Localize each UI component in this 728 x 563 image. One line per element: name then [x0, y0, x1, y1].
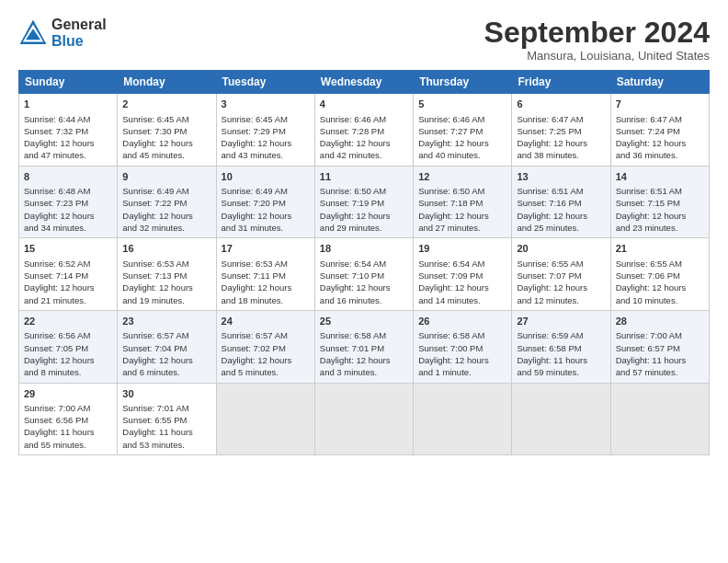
- month-title: September 2024: [484, 17, 710, 49]
- calendar-week-1: 8Sunrise: 6:48 AMSunset: 7:23 PMDaylight…: [19, 166, 710, 238]
- calendar-cell: [512, 383, 610, 455]
- day-number: 30: [122, 387, 210, 401]
- calendar-page: General Blue September 2024 Mansura, Lou…: [0, 0, 728, 563]
- calendar-body: 1Sunrise: 6:44 AMSunset: 7:32 PMDaylight…: [19, 94, 710, 455]
- day-number: 14: [616, 170, 704, 184]
- day-number: 8: [24, 170, 112, 184]
- day-number: 12: [418, 170, 506, 184]
- calendar-cell: 14Sunrise: 6:51 AMSunset: 7:15 PMDayligh…: [610, 166, 709, 238]
- calendar-cell: 13Sunrise: 6:51 AMSunset: 7:16 PMDayligh…: [512, 166, 610, 238]
- calendar-cell: 6Sunrise: 6:47 AMSunset: 7:25 PMDaylight…: [512, 94, 610, 167]
- day-number: 10: [222, 170, 310, 184]
- calendar-week-2: 15Sunrise: 6:52 AMSunset: 7:14 PMDayligh…: [19, 238, 710, 311]
- calendar-cell: [610, 383, 709, 455]
- day-number: 16: [122, 242, 210, 256]
- calendar-cell: 5Sunrise: 6:46 AMSunset: 7:27 PMDaylight…: [414, 94, 512, 167]
- calendar-cell: [314, 383, 413, 455]
- day-number: 13: [517, 170, 605, 184]
- day-number: 21: [616, 242, 704, 256]
- calendar-cell: 2Sunrise: 6:45 AMSunset: 7:30 PMDaylight…: [118, 94, 216, 167]
- calendar-cell: 10Sunrise: 6:49 AMSunset: 7:20 PMDayligh…: [216, 166, 314, 238]
- calendar-cell: 18Sunrise: 6:54 AMSunset: 7:10 PMDayligh…: [314, 238, 413, 311]
- calendar-cell: 25Sunrise: 6:58 AMSunset: 7:01 PMDayligh…: [314, 310, 413, 383]
- calendar-cell: 29Sunrise: 7:00 AMSunset: 6:56 PMDayligh…: [19, 383, 118, 455]
- header: General Blue September 2024 Mansura, Lou…: [18, 17, 710, 63]
- header-cell-monday: Monday: [118, 71, 216, 94]
- calendar-week-3: 22Sunrise: 6:56 AMSunset: 7:05 PMDayligh…: [19, 310, 710, 383]
- day-number: 15: [24, 242, 112, 256]
- calendar-cell: 26Sunrise: 6:58 AMSunset: 7:00 PMDayligh…: [414, 310, 512, 383]
- day-number: 22: [24, 315, 112, 328]
- logo: General Blue: [18, 17, 107, 49]
- day-number: 27: [517, 315, 605, 328]
- header-cell-saturday: Saturday: [610, 71, 709, 94]
- day-number: 6: [517, 98, 605, 111]
- logo-blue: Blue: [51, 33, 107, 50]
- day-number: 26: [418, 315, 506, 328]
- calendar-cell: 4Sunrise: 6:46 AMSunset: 7:28 PMDaylight…: [314, 94, 413, 167]
- calendar-cell: 27Sunrise: 6:59 AMSunset: 6:58 PMDayligh…: [512, 310, 610, 383]
- calendar-cell: 17Sunrise: 6:53 AMSunset: 7:11 PMDayligh…: [216, 238, 314, 311]
- calendar-cell: 30Sunrise: 7:01 AMSunset: 6:55 PMDayligh…: [118, 383, 216, 455]
- header-cell-tuesday: Tuesday: [216, 71, 314, 94]
- calendar-cell: 28Sunrise: 7:00 AMSunset: 6:57 PMDayligh…: [610, 310, 709, 383]
- day-number: 23: [122, 315, 210, 328]
- calendar-cell: 19Sunrise: 6:54 AMSunset: 7:09 PMDayligh…: [414, 238, 512, 311]
- calendar-table: SundayMondayTuesdayWednesdayThursdayFrid…: [18, 70, 710, 455]
- header-cell-sunday: Sunday: [19, 71, 118, 94]
- calendar-cell: 16Sunrise: 6:53 AMSunset: 7:13 PMDayligh…: [118, 238, 216, 311]
- calendar-cell: 12Sunrise: 6:50 AMSunset: 7:18 PMDayligh…: [414, 166, 512, 238]
- calendar-cell: 22Sunrise: 6:56 AMSunset: 7:05 PMDayligh…: [19, 310, 118, 383]
- calendar-week-4: 29Sunrise: 7:00 AMSunset: 6:56 PMDayligh…: [19, 383, 710, 455]
- calendar-header-row: SundayMondayTuesdayWednesdayThursdayFrid…: [19, 71, 710, 94]
- calendar-cell: 24Sunrise: 6:57 AMSunset: 7:02 PMDayligh…: [216, 310, 314, 383]
- calendar-cell: 15Sunrise: 6:52 AMSunset: 7:14 PMDayligh…: [19, 238, 118, 311]
- calendar-cell: 11Sunrise: 6:50 AMSunset: 7:19 PMDayligh…: [314, 166, 413, 238]
- day-number: 28: [616, 315, 704, 328]
- day-number: 20: [517, 242, 605, 256]
- day-number: 25: [320, 315, 408, 328]
- calendar-cell: 7Sunrise: 6:47 AMSunset: 7:24 PMDaylight…: [610, 94, 709, 167]
- calendar-cell: 1Sunrise: 6:44 AMSunset: 7:32 PMDaylight…: [19, 94, 118, 167]
- title-block: September 2024 Mansura, Louisiana, Unite…: [484, 17, 710, 63]
- header-cell-thursday: Thursday: [414, 71, 512, 94]
- calendar-cell: [414, 383, 512, 455]
- day-number: 24: [222, 315, 310, 328]
- calendar-cell: 9Sunrise: 6:49 AMSunset: 7:22 PMDaylight…: [118, 166, 216, 238]
- header-cell-friday: Friday: [512, 71, 610, 94]
- day-number: 11: [320, 170, 408, 184]
- calendar-cell: 8Sunrise: 6:48 AMSunset: 7:23 PMDaylight…: [19, 166, 118, 238]
- location: Mansura, Louisiana, United States: [484, 49, 710, 63]
- logo-icon: [18, 18, 48, 48]
- calendar-cell: 3Sunrise: 6:45 AMSunset: 7:29 PMDaylight…: [216, 94, 314, 167]
- day-number: 9: [122, 170, 210, 184]
- day-number: 29: [24, 387, 112, 401]
- day-number: 19: [418, 242, 506, 256]
- calendar-cell: [216, 383, 314, 455]
- calendar-week-0: 1Sunrise: 6:44 AMSunset: 7:32 PMDaylight…: [19, 94, 710, 167]
- day-number: 17: [222, 242, 310, 256]
- header-cell-wednesday: Wednesday: [314, 71, 413, 94]
- day-number: 18: [320, 242, 408, 256]
- logo-text: General Blue: [51, 17, 107, 49]
- logo-general: General: [51, 17, 107, 33]
- day-number: 4: [320, 98, 408, 111]
- calendar-cell: 21Sunrise: 6:55 AMSunset: 7:06 PMDayligh…: [610, 238, 709, 311]
- day-number: 5: [418, 98, 506, 111]
- day-number: 1: [24, 98, 112, 111]
- calendar-cell: 23Sunrise: 6:57 AMSunset: 7:04 PMDayligh…: [118, 310, 216, 383]
- day-number: 3: [222, 98, 310, 111]
- day-number: 2: [122, 98, 210, 111]
- day-number: 7: [616, 98, 704, 111]
- calendar-cell: 20Sunrise: 6:55 AMSunset: 7:07 PMDayligh…: [512, 238, 610, 311]
